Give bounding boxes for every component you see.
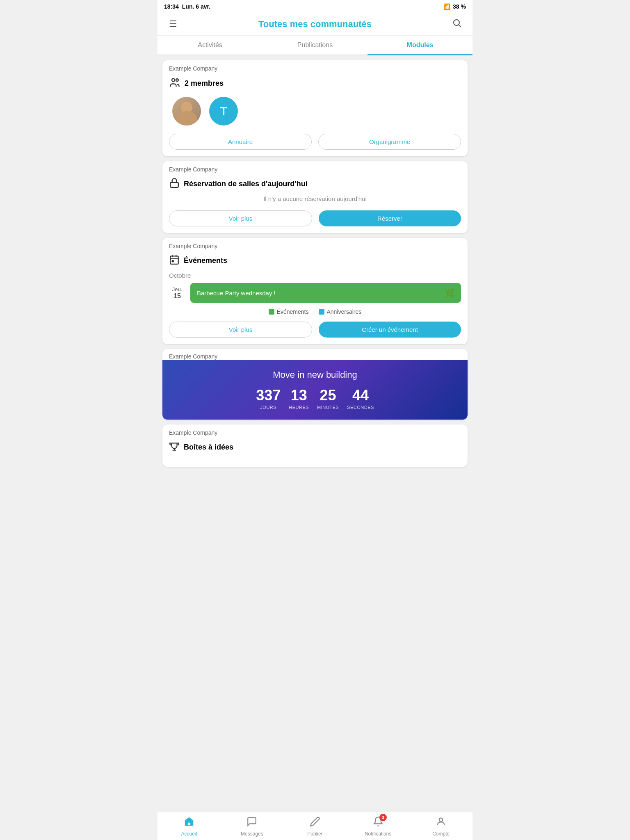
- event-row: Jeu. 15 Barbecue Party wednesday ! 🌿: [169, 283, 461, 303]
- people-icon: [169, 77, 180, 90]
- reservation-company: Example Company: [162, 161, 468, 174]
- event-name: Barbecue Party wednesday !: [197, 290, 276, 297]
- countdown-secondes: 44 SECONDES: [347, 387, 374, 410]
- reservation-card: Example Company Réservation de salles d'…: [162, 161, 468, 233]
- boites-section: Boîtes à idées: [162, 438, 468, 467]
- status-bar: 18:34 Lun. 6 avr. 📶 38 %: [158, 0, 472, 13]
- nav-publier-label: Publier: [307, 831, 322, 837]
- avatar-T: T: [209, 97, 238, 126]
- month-label: Octobre: [169, 272, 461, 279]
- tabs-bar: Activités Publications Modules: [158, 36, 472, 55]
- svg-point-3: [176, 79, 178, 81]
- leaf-icon: 🌿: [444, 288, 454, 298]
- organigramme-button[interactable]: Organigramme: [318, 134, 461, 150]
- header: ☰ Toutes mes communautés: [158, 13, 472, 36]
- members-section: 2 membres T Annuaire Organigramme: [162, 73, 468, 156]
- event-legend: Événements Anniversaires: [169, 308, 461, 315]
- nav-notifications-label: Notifications: [365, 831, 391, 837]
- countdown-card: Example Company Move in new building 337…: [162, 349, 468, 420]
- members-card: Example Company 2 membres T Annuair: [162, 60, 468, 156]
- events-buttons: Voir plus Créer un événement: [169, 322, 461, 338]
- voir-plus-reservation-button[interactable]: Voir plus: [169, 210, 312, 226]
- header-title: Toutes mes communautés: [180, 19, 450, 30]
- legend-anniversaires: Anniversaires: [319, 308, 362, 315]
- events-company: Example Company: [162, 238, 468, 251]
- bottom-nav: Accueil Messages Publier 3 Notific: [158, 812, 472, 840]
- status-time: 18:34: [164, 3, 179, 10]
- reservation-buttons: Voir plus Réserver: [169, 210, 461, 226]
- main-content: Example Company 2 membres T Annuair: [158, 55, 472, 504]
- reservation-subtitle: Il n'y a aucune réservation aujourd'hui: [169, 195, 461, 202]
- legend-dot-blue: [319, 309, 324, 315]
- event-bar[interactable]: Barbecue Party wednesday ! 🌿: [190, 283, 461, 303]
- members-buttons: Annuaire Organigramme: [169, 134, 461, 150]
- members-avatars: T: [169, 97, 461, 126]
- countdown-minutes: 25 MINUTES: [317, 387, 339, 410]
- battery-level: 38 %: [453, 3, 466, 10]
- boites-title: Boîtes à idées: [169, 441, 461, 454]
- boites-card: Example Company Boîtes à idées: [162, 425, 468, 467]
- tab-modules[interactable]: Modules: [368, 36, 472, 55]
- avatar-photo: [172, 97, 201, 126]
- countdown-title: Move in new building: [169, 370, 461, 380]
- notifications-badge-wrap: 3: [373, 816, 383, 829]
- nav-accueil[interactable]: Accueil: [158, 812, 221, 840]
- event-date: Jeu. 15: [169, 286, 185, 300]
- svg-point-11: [439, 818, 443, 822]
- members-company: Example Company: [162, 60, 468, 73]
- trophy-icon: [169, 441, 180, 454]
- search-button[interactable]: [450, 18, 464, 30]
- nav-publier[interactable]: Publier: [283, 812, 347, 840]
- nav-messages-label: Messages: [241, 831, 263, 837]
- legend-events: Événements: [269, 308, 309, 315]
- nav-compte-label: Compte: [432, 831, 450, 837]
- legend-dot-green: [269, 309, 274, 315]
- reservation-section: Réservation de salles d'aujourd'hui Il n…: [162, 174, 468, 233]
- nav-notifications[interactable]: 3 Notifications: [347, 812, 410, 840]
- reserver-button[interactable]: Réserver: [319, 210, 461, 226]
- notifications-badge: 3: [379, 814, 387, 821]
- account-icon: [436, 816, 446, 829]
- tab-activites[interactable]: Activités: [158, 36, 262, 55]
- svg-rect-10: [188, 822, 191, 826]
- svg-point-0: [454, 20, 459, 25]
- lock-icon: [169, 178, 180, 190]
- svg-point-2: [172, 79, 175, 82]
- menu-button[interactable]: ☰: [166, 19, 180, 30]
- status-date: Lun. 6 avr.: [182, 3, 210, 10]
- events-card: Example Company Événements Octobre J: [162, 238, 468, 344]
- countdown-heures: 13 HEURES: [289, 387, 309, 410]
- tab-publications[interactable]: Publications: [262, 36, 368, 55]
- calendar-icon: [169, 254, 180, 267]
- publish-icon: [310, 816, 320, 829]
- reservation-title: Réservation de salles d'aujourd'hui: [169, 178, 461, 190]
- nav-messages[interactable]: Messages: [221, 812, 284, 840]
- countdown-company: Example Company: [162, 349, 468, 360]
- members-title: 2 membres: [169, 77, 461, 90]
- creer-evenement-button[interactable]: Créer un événement: [319, 322, 461, 338]
- wifi-icon: 📶: [443, 3, 450, 10]
- voir-plus-events-button[interactable]: Voir plus: [169, 322, 312, 338]
- svg-rect-9: [172, 260, 173, 262]
- events-title: Événements: [169, 254, 461, 267]
- annuaire-button[interactable]: Annuaire: [169, 134, 312, 150]
- boites-company: Example Company: [162, 425, 468, 438]
- nav-accueil-label: Accueil: [181, 831, 197, 837]
- countdown-numbers: 337 JOURS 13 HEURES 25 MINUTES 44 SECOND…: [169, 387, 461, 410]
- svg-line-1: [459, 25, 461, 27]
- events-section: Événements Octobre Jeu. 15 Barbecue Part…: [162, 251, 468, 344]
- countdown-jours: 337 JOURS: [256, 387, 281, 410]
- nav-compte[interactable]: Compte: [409, 812, 472, 840]
- home-icon: [184, 816, 194, 829]
- countdown-banner: Move in new building 337 JOURS 13 HEURES…: [162, 360, 468, 420]
- svg-rect-5: [170, 256, 178, 264]
- svg-rect-4: [170, 183, 178, 187]
- messages-icon: [247, 816, 257, 829]
